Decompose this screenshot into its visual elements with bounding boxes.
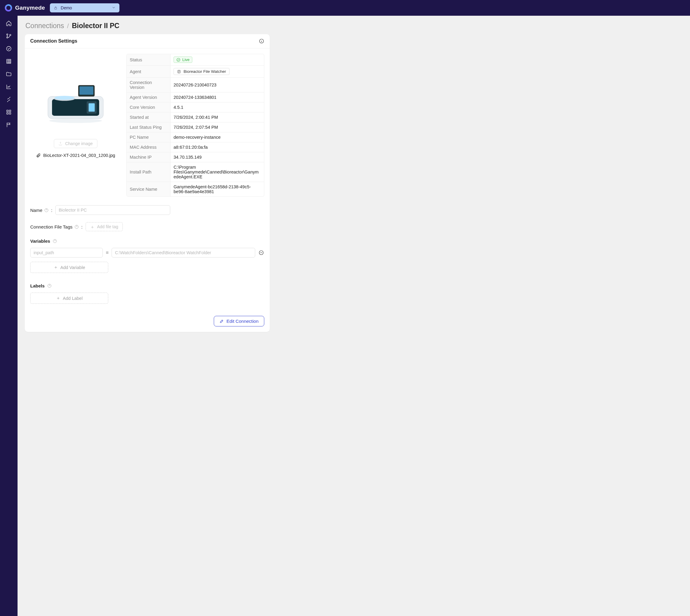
agent-version-value: 20240724-133634801 [171,92,264,102]
pc-label: PC Name [127,132,171,142]
svg-rect-6 [7,110,8,112]
labels-heading: Labels [30,283,264,288]
ip-value: 34.70.135.149 [171,152,264,162]
started-value: 7/26/2024, 2:00:41 PM [171,112,264,122]
breadcrumb-parent[interactable]: Connections [25,22,64,30]
started-label: Started at [127,112,171,122]
svg-point-1 [7,34,8,35]
brand: Ganymede [5,4,45,12]
core-version-value: 4.5.1 [171,103,264,112]
environment-value: Demo [61,5,72,10]
service-label: Service Name [127,182,171,196]
upload-icon [58,141,63,146]
nav-home-icon[interactable] [5,20,12,27]
install-value: C:\Program Files\Ganymede\Canned\Bioreac… [171,162,264,182]
brand-logo-icon [5,4,12,12]
help-icon[interactable] [47,284,52,288]
agent-icon [177,69,181,74]
agent-label: Agent [127,66,171,78]
svg-rect-16 [80,86,93,95]
card-title: Connection Settings [30,38,78,44]
svg-rect-8 [7,113,8,114]
nav-check-icon[interactable] [5,45,12,52]
breadcrumb: Connections / Biolector II PC [25,22,683,30]
variables-heading: Variables [30,239,264,244]
agent-badge[interactable]: Bioreactor File Watcher [174,68,230,75]
variable-row: = [30,248,264,258]
add-label-button[interactable]: ＋ Add Label [30,292,108,304]
breadcrumb-separator: / [67,22,69,30]
service-value: GanymedeAgent-bc21658d-2138-49c5-be96-8a… [171,182,264,196]
filename-row: BioLector-XT-2021-04_003_1200.jpg [36,153,115,158]
svg-point-4 [7,47,11,51]
tags-label: Connection File Tags : [30,224,83,229]
ping-label: Last Status Ping [127,123,171,132]
equals-sign: = [106,250,109,256]
connection-details-table: Status Live Agent [126,54,264,197]
breadcrumb-current: Biolector II PC [72,22,120,30]
device-image [39,63,112,135]
mac-value: a8:67:01:20:0a:fa [171,142,264,152]
check-circle-icon [176,58,180,62]
plus-icon: ＋ [56,295,61,301]
nav-flag-icon[interactable] [5,122,12,128]
nav-plug-icon[interactable] [5,96,12,103]
conn-version-value: 20240726-210040723 [171,78,264,92]
plus-icon: ＋ [53,264,58,270]
sidebar [0,16,18,616]
svg-rect-0 [55,7,57,9]
help-icon[interactable] [44,208,49,213]
add-variable-button[interactable]: ＋ Add Variable [30,262,108,273]
environment-selector[interactable]: Demo [50,3,120,13]
svg-rect-14 [89,103,95,112]
svg-point-18 [55,96,74,100]
minus-circle-icon [259,250,264,256]
install-label: Install Path [127,162,171,182]
edit-icon [219,319,224,324]
change-image-button[interactable]: Change image [54,139,97,148]
core-version-label: Core Version [127,103,171,112]
nav-chart-icon[interactable] [5,83,12,90]
edit-connection-button[interactable]: Edit Connection [214,316,264,326]
svg-rect-5 [7,59,10,63]
agent-version-label: Agent Version [127,92,171,102]
status-badge: Live [174,57,192,63]
chevron-down-icon [112,5,116,10]
variable-value-input[interactable] [112,248,255,258]
ping-value: 7/26/2024, 2:07:54 PM [171,123,264,132]
topbar: Ganymede Demo [0,0,690,16]
brand-name: Ganymede [15,4,45,11]
help-icon[interactable] [74,225,79,229]
svg-point-2 [7,37,8,38]
remove-variable-button[interactable] [258,250,264,256]
add-file-tag-button[interactable]: ＋ Add file tag [86,222,123,231]
conn-version-label: Connection Version [127,78,171,92]
filename: BioLector-XT-2021-04_003_1200.jpg [43,153,115,158]
nav-folder-icon[interactable] [5,71,12,78]
plus-icon: ＋ [90,225,95,229]
nav-branch-icon[interactable] [5,32,12,39]
lock-icon [53,6,58,10]
name-label: Name : [30,208,52,213]
nav-apps-icon[interactable] [5,109,12,115]
svg-point-3 [10,35,11,36]
pc-value: demo-recovery-instance [171,132,264,142]
connection-settings-card: Connection Settings [25,34,270,332]
status-label: Status [127,54,171,65]
nav-grid-icon[interactable] [5,58,12,65]
ip-label: Machine IP [127,152,171,162]
mac-label: MAC Address [127,142,171,152]
help-icon[interactable] [52,239,57,243]
svg-rect-9 [9,113,11,114]
svg-point-19 [49,118,102,123]
main-content: Connections / Biolector II PC Connection… [18,16,690,616]
name-input[interactable] [55,205,170,215]
attachment-icon [36,153,41,158]
svg-rect-7 [9,110,11,112]
info-icon[interactable] [259,38,264,44]
variable-key-input[interactable] [30,248,103,258]
